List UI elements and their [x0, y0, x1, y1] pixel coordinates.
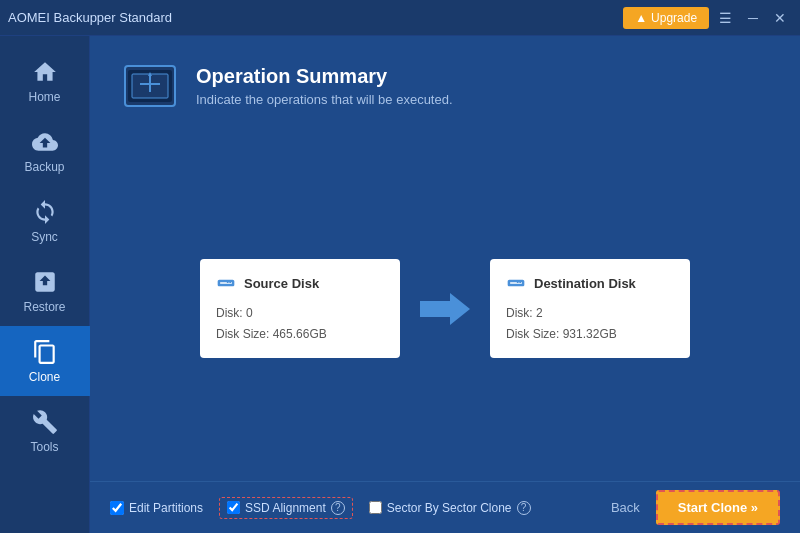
sync-icon — [31, 198, 59, 226]
restore-icon — [31, 268, 59, 296]
sidebar-item-sync[interactable]: Sync — [0, 186, 90, 256]
sidebar: Home Backup Sync Res — [0, 36, 90, 533]
app-title: AOMEI Backupper Standard — [8, 10, 172, 25]
sidebar-label-tools: Tools — [30, 440, 58, 454]
bottom-actions: Back Start Clone » — [611, 490, 780, 525]
ssd-alignment-label[interactable]: SSD Alignment — [245, 501, 326, 515]
op-header: Operation Summary Indicate the operation… — [120, 56, 770, 116]
sidebar-item-tools[interactable]: Tools — [0, 396, 90, 466]
home-icon — [31, 58, 59, 86]
title-bar-right: ▲ Upgrade ☰ ─ ✕ — [623, 7, 792, 29]
source-disk-title: Source Disk — [216, 273, 384, 293]
ssd-alignment-wrapper: SSD Alignment ? — [219, 497, 353, 519]
ssd-alignment-checkbox[interactable] — [227, 501, 240, 514]
tools-icon — [31, 408, 59, 436]
sector-by-sector-option[interactable]: Sector By Sector Clone ? — [369, 501, 531, 515]
ssd-alignment-info-icon[interactable]: ? — [331, 501, 345, 515]
upgrade-arrow-icon: ▲ — [635, 11, 647, 25]
edit-partitions-checkbox[interactable] — [110, 501, 124, 515]
source-disk-info: Disk: 0 Disk Size: 465.66GB — [216, 303, 384, 344]
sidebar-label-restore: Restore — [23, 300, 65, 314]
backup-icon — [31, 128, 59, 156]
edit-partitions-label[interactable]: Edit Partitions — [129, 501, 203, 515]
destination-disk-card: Destination Disk Disk: 2 Disk Size: 931.… — [490, 259, 690, 358]
op-subtitle: Indicate the operations that will be exe… — [196, 92, 453, 107]
title-bar-left: AOMEI Backupper Standard — [8, 10, 172, 25]
menu-button[interactable]: ☰ — [713, 8, 738, 28]
svg-marker-6 — [420, 293, 470, 325]
sector-info-icon[interactable]: ? — [517, 501, 531, 515]
content-area: Operation Summary Indicate the operation… — [90, 36, 800, 481]
sidebar-label-backup: Backup — [24, 160, 64, 174]
back-button[interactable]: Back — [611, 500, 640, 515]
main-layout: Home Backup Sync Res — [0, 36, 800, 533]
source-disk-card: Source Disk Disk: 0 Disk Size: 465.66GB — [200, 259, 400, 358]
bottom-bar: Edit Partitions SSD Alignment ? Sector B… — [90, 481, 800, 533]
sidebar-label-sync: Sync — [31, 230, 58, 244]
edit-partitions-option[interactable]: Edit Partitions — [110, 501, 203, 515]
destination-disk-info: Disk: 2 Disk Size: 931.32GB — [506, 303, 674, 344]
clone-icon — [31, 338, 59, 366]
minimize-button[interactable]: ─ — [742, 8, 764, 28]
sidebar-label-clone: Clone — [29, 370, 60, 384]
sidebar-item-backup[interactable]: Backup — [0, 116, 90, 186]
operation-icon — [120, 56, 180, 116]
sidebar-item-home[interactable]: Home — [0, 46, 90, 116]
arrow-icon — [420, 291, 470, 327]
sector-by-sector-label[interactable]: Sector By Sector Clone — [387, 501, 512, 515]
sector-by-sector-checkbox[interactable] — [369, 501, 382, 514]
sidebar-label-home: Home — [28, 90, 60, 104]
title-bar: AOMEI Backupper Standard ▲ Upgrade ☰ ─ ✕ — [0, 0, 800, 36]
clone-area: Source Disk Disk: 0 Disk Size: 465.66GB — [120, 156, 770, 461]
close-button[interactable]: ✕ — [768, 8, 792, 28]
op-title-block: Operation Summary Indicate the operation… — [196, 65, 453, 107]
sidebar-item-restore[interactable]: Restore — [0, 256, 90, 326]
bottom-options: Edit Partitions SSD Alignment ? Sector B… — [110, 497, 531, 519]
op-title: Operation Summary — [196, 65, 453, 88]
destination-disk-title: Destination Disk — [506, 273, 674, 293]
sidebar-item-clone[interactable]: Clone — [0, 326, 90, 396]
upgrade-button[interactable]: ▲ Upgrade — [623, 7, 709, 29]
start-clone-button[interactable]: Start Clone » — [656, 490, 780, 525]
